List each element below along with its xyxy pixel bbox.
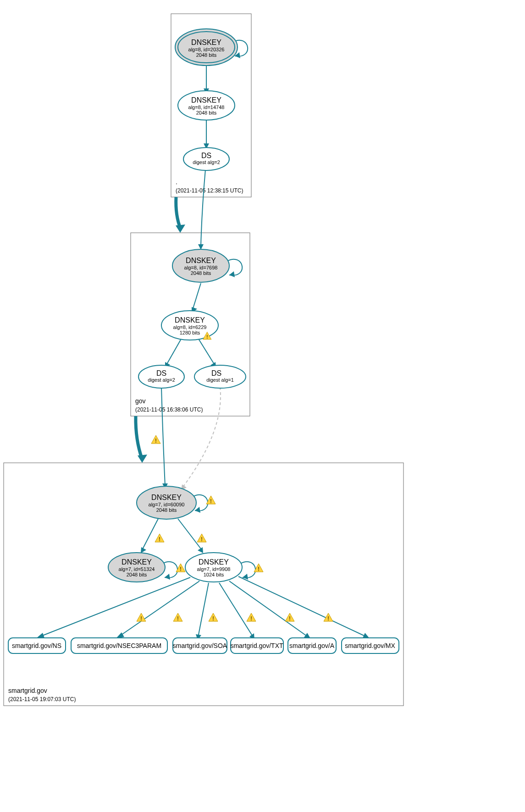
edge-root-to-gov-delegation	[176, 197, 181, 229]
svg-text:2048 bits: 2048 bits	[196, 52, 217, 58]
zone-gov-time: (2021-11-05 16:38:06 UTC)	[135, 406, 203, 413]
svg-text:2048 bits: 2048 bits	[127, 572, 147, 577]
edge-gov-ds2-sg-key1	[182, 387, 221, 488]
svg-text:1024 bits: 1024 bits	[204, 572, 224, 577]
svg-text:DNSKEY: DNSKEY	[191, 38, 221, 46]
svg-marker-7	[229, 271, 235, 277]
node-rr-ns: smartgrid.gov/NS	[8, 638, 66, 653]
svg-text:DNSKEY: DNSKEY	[175, 316, 205, 324]
edge-sg-key3-rr-ns	[39, 577, 190, 637]
svg-text:DS: DS	[211, 369, 221, 377]
zone-sg-box	[4, 463, 403, 706]
warn-icon	[137, 613, 146, 622]
edge-sg-key3-rr-mx	[238, 576, 367, 637]
warn-icon	[197, 534, 206, 543]
node-gov-dnskey-ksk: DNSKEY alg=8, id=7698 2048 bits	[172, 249, 229, 282]
warn-icon	[285, 613, 294, 622]
svg-marker-17	[165, 574, 170, 580]
node-rr-nsec3param: smartgrid.gov/NSEC3PARAM	[71, 638, 167, 653]
node-rr-txt: smartgrid.gov/TXT	[230, 638, 283, 653]
dnssec-diagram: . (2021-11-05 12:38:15 UTC) gov (2021-11…	[0, 0, 525, 812]
edge-sg-key3-rr-soa	[198, 583, 209, 637]
svg-text:alg=8, id=7698: alg=8, id=7698	[184, 265, 218, 270]
svg-text:smartgrid.gov/NS: smartgrid.gov/NS	[12, 642, 61, 649]
svg-text:smartgrid.gov/MX: smartgrid.gov/MX	[345, 642, 395, 649]
svg-text:DS: DS	[156, 369, 166, 377]
warn-icon	[247, 613, 256, 622]
svg-marker-11	[138, 455, 147, 463]
edge-sg-key3-rr-txt	[219, 583, 253, 637]
edge-sg-key3-selfloop	[240, 562, 255, 578]
svg-text:2048 bits: 2048 bits	[191, 270, 211, 276]
svg-text:alg=7, id=60090: alg=7, id=60090	[149, 502, 185, 507]
edge-sg-key3-rr-a	[229, 581, 308, 637]
svg-text:alg=7, id=51324: alg=7, id=51324	[119, 566, 155, 572]
svg-marker-5	[176, 225, 185, 233]
svg-text:digest alg=2: digest alg=2	[193, 159, 220, 165]
node-rr-soa: smartgrid.gov/SOA	[173, 638, 227, 653]
node-gov-ds-alg1: DS digest alg=1	[194, 332, 246, 389]
svg-text:smartgrid.gov/A: smartgrid.gov/A	[289, 642, 335, 649]
svg-text:alg=8, id=20326: alg=8, id=20326	[188, 47, 225, 52]
zone-gov-label: gov	[135, 397, 146, 405]
edge-root-ds-gov-key1	[201, 170, 205, 247]
zone-sg-label: smartgrid.gov	[8, 687, 47, 694]
svg-text:2048 bits: 2048 bits	[156, 507, 177, 513]
svg-text:DNSKEY: DNSKEY	[191, 96, 221, 104]
svg-text:DNSKEY: DNSKEY	[151, 494, 182, 501]
zone-root-time: (2021-11-05 12:38:15 UTC)	[176, 187, 243, 194]
warn-icon	[155, 534, 164, 543]
edge-gov-key2-ds1	[166, 338, 182, 365]
node-sg-dnskey-51324: DNSKEY alg=7, id=51324 2048 bits	[108, 553, 165, 582]
edge-gov-ds1-sg-key1	[161, 387, 165, 486]
node-root-ds: DS digest alg=2	[183, 148, 229, 170]
node-gov-ds-alg2: DS digest alg=2	[138, 365, 184, 388]
warn-icon	[151, 435, 160, 444]
zone-root-label: .	[176, 178, 177, 186]
edge-sg-key1-key2	[142, 519, 158, 550]
svg-text:DNSKEY: DNSKEY	[199, 558, 229, 566]
node-sg-dnskey-zsk: DNSKEY alg=7, id=9908 1024 bits	[185, 553, 242, 582]
edge-gov-key2-ds2	[198, 338, 215, 365]
svg-text:alg=7, id=9908: alg=7, id=9908	[197, 566, 231, 572]
svg-text:smartgrid.gov/TXT: smartgrid.gov/TXT	[230, 642, 283, 649]
svg-marker-14	[195, 507, 200, 513]
edge-gov-to-sg-delegation	[136, 416, 142, 459]
warn-icon	[173, 613, 182, 622]
svg-text:smartgrid.gov/SOA: smartgrid.gov/SOA	[173, 642, 227, 649]
svg-marker-19	[37, 633, 44, 638]
zone-sg-time: (2021-11-05 19:07:03 UTC)	[8, 696, 76, 702]
node-root-dnskey-zsk: DNSKEY alg=8, id=14748 2048 bits	[178, 91, 235, 120]
node-root-dnskey-ksk: DNSKEY alg=8, id=20326 2048 bits	[175, 29, 238, 66]
node-rr-mx: smartgrid.gov/MX	[342, 638, 399, 653]
svg-text:smartgrid.gov/NSEC3PARAM: smartgrid.gov/NSEC3PARAM	[77, 642, 161, 649]
edge-gov-key1-key2	[193, 283, 201, 310]
svg-text:1280 bits: 1280 bits	[180, 330, 200, 335]
svg-text:alg=8, id=14748: alg=8, id=14748	[188, 104, 225, 110]
node-sg-dnskey-ksk: DNSKEY alg=7, id=60090 2048 bits	[137, 486, 196, 519]
svg-text:DNSKEY: DNSKEY	[122, 558, 152, 566]
svg-text:digest alg=1: digest alg=1	[206, 377, 234, 383]
svg-text:DS: DS	[201, 152, 211, 159]
svg-text:2048 bits: 2048 bits	[196, 110, 217, 115]
svg-text:alg=8, id=6229: alg=8, id=6229	[173, 324, 207, 330]
node-rr-a: smartgrid.gov/A	[288, 638, 336, 653]
node-gov-dnskey-zsk: DNSKEY alg=8, id=6229 1280 bits	[161, 311, 218, 340]
warn-icon	[209, 613, 218, 622]
svg-text:DNSKEY: DNSKEY	[186, 257, 216, 264]
edge-sg-key1-key3	[178, 519, 202, 550]
svg-text:digest alg=2: digest alg=2	[148, 377, 175, 383]
